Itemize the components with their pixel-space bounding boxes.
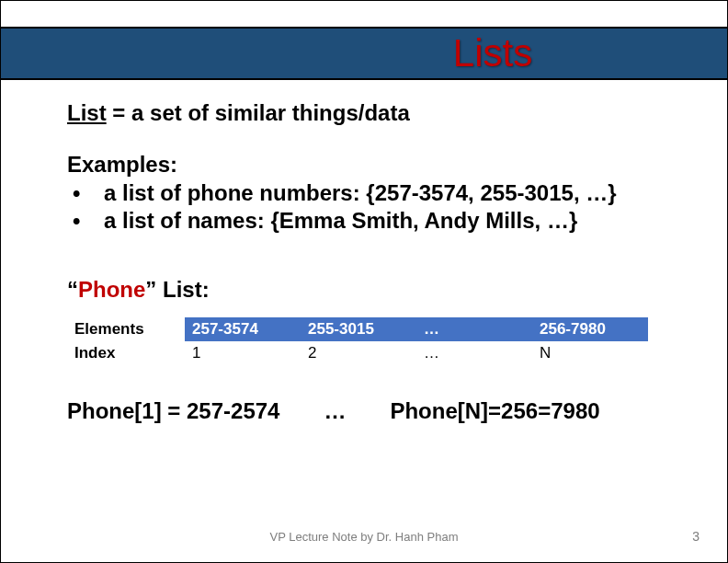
definition-line: List = a set of similar things/data bbox=[67, 100, 661, 126]
quote-close-rest: ” List: bbox=[145, 277, 209, 302]
row-label-index: Index bbox=[67, 341, 185, 365]
title-bar: Lists bbox=[1, 27, 727, 80]
element-cell: … bbox=[416, 317, 532, 341]
example-text-2: a list of names: {Emma Smith, Andy Mills… bbox=[104, 207, 577, 235]
example-bullet-2: • a list of names: {Emma Smith, Andy Mil… bbox=[67, 207, 661, 235]
definition-term: List bbox=[67, 100, 107, 125]
quote-open: “ bbox=[67, 277, 78, 302]
bullet-icon: • bbox=[67, 207, 104, 235]
element-cell: 255-3015 bbox=[301, 317, 416, 341]
index-cell: 2 bbox=[301, 341, 416, 365]
bullet-icon: • bbox=[67, 179, 104, 207]
example-text-1: a list of phone numbers: {257-3574, 255-… bbox=[104, 179, 617, 207]
access-left: Phone[1] = 257-2574 bbox=[67, 398, 279, 424]
access-expressions: Phone[1] = 257-2574 … Phone[N]=256=7980 bbox=[67, 398, 661, 424]
phone-word: Phone bbox=[78, 277, 145, 302]
phone-table: Elements 257-3574 255-3015 … 256-7980 In… bbox=[67, 317, 661, 365]
access-mid: … bbox=[324, 398, 346, 424]
row-label-elements: Elements bbox=[67, 317, 185, 341]
index-cell: 1 bbox=[185, 341, 301, 365]
content-area: List = a set of similar things/data Exam… bbox=[67, 100, 661, 424]
example-bullet-1: • a list of phone numbers: {257-3574, 25… bbox=[67, 179, 661, 207]
slide-title: Lists bbox=[453, 31, 532, 75]
page-number: 3 bbox=[692, 529, 700, 544]
table: Elements 257-3574 255-3015 … 256-7980 In… bbox=[67, 317, 648, 365]
index-cell: N bbox=[532, 341, 648, 365]
definition-rest: = a set of similar things/data bbox=[107, 100, 410, 125]
slide: Lists List = a set of similar things/dat… bbox=[0, 0, 728, 563]
footer-note: VP Lecture Note by Dr. Hanh Pham bbox=[1, 530, 727, 544]
table-row-index: Index 1 2 … N bbox=[67, 341, 648, 365]
index-cell: … bbox=[416, 341, 532, 365]
element-cell: 256-7980 bbox=[532, 317, 648, 341]
element-cell: 257-3574 bbox=[185, 317, 301, 341]
phone-list-label: “Phone” List: bbox=[67, 277, 661, 303]
access-right: Phone[N]=256=7980 bbox=[390, 398, 599, 424]
examples-label: Examples: bbox=[67, 152, 661, 178]
table-row-elements: Elements 257-3574 255-3015 … 256-7980 bbox=[67, 317, 648, 341]
